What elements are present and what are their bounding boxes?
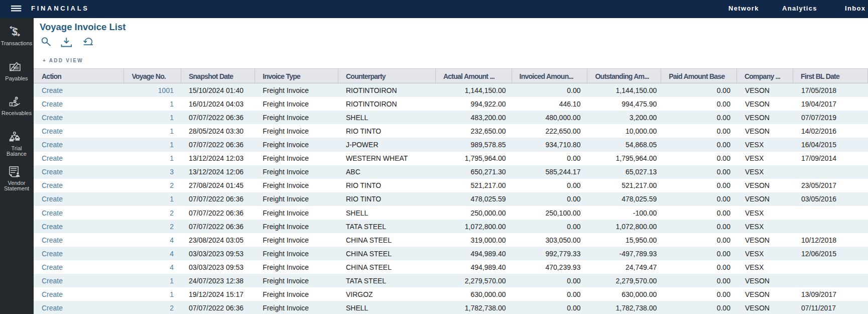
svg-text:$: $ — [12, 26, 18, 37]
